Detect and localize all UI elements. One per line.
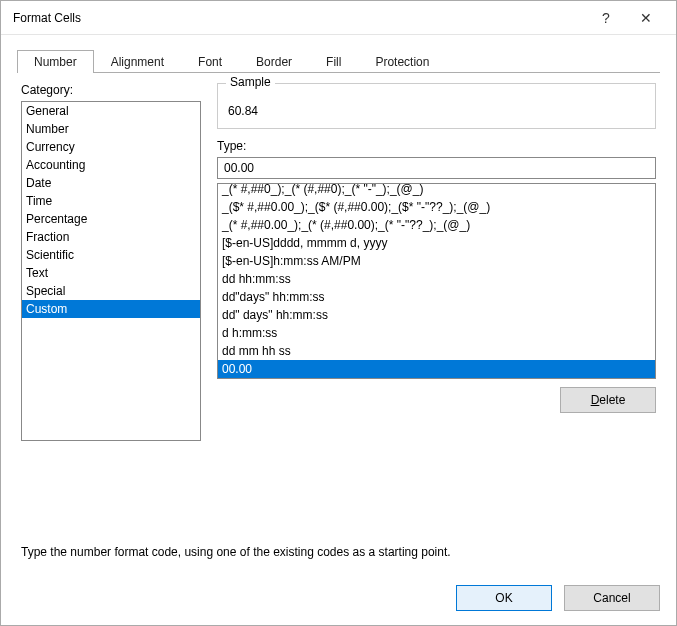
- tab-number[interactable]: Number: [17, 50, 94, 73]
- format-code-list[interactable]: _($* #,##0_);_($* (#,##0);_($* "-"_);_(@…: [217, 183, 656, 379]
- sample-value: 60.84: [228, 104, 645, 118]
- type-input[interactable]: [217, 157, 656, 179]
- tab-font[interactable]: Font: [181, 50, 239, 73]
- cancel-button[interactable]: Cancel: [564, 585, 660, 611]
- format-code-item[interactable]: dd" days" hh:mm:ss: [218, 306, 655, 324]
- tab-protection[interactable]: Protection: [358, 50, 446, 73]
- titlebar: Format Cells ? ✕: [1, 1, 676, 35]
- dialog-content: Number Alignment Font Border Fill Protec…: [1, 35, 676, 575]
- delete-button[interactable]: Delete: [560, 387, 656, 413]
- category-label: Category:: [21, 83, 201, 97]
- category-item[interactable]: Currency: [22, 138, 200, 156]
- category-item[interactable]: Custom: [22, 300, 200, 318]
- format-code-item[interactable]: _(* #,##0_);_(* (#,##0);_(* "-"_);_(@_): [218, 183, 655, 198]
- category-item[interactable]: Date: [22, 174, 200, 192]
- category-item[interactable]: Text: [22, 264, 200, 282]
- hint-text: Type the number format code, using one o…: [21, 545, 656, 559]
- category-item[interactable]: Accounting: [22, 156, 200, 174]
- type-label: Type:: [217, 139, 656, 153]
- category-item[interactable]: Number: [22, 120, 200, 138]
- format-code-item[interactable]: [$-en-US]dddd, mmmm d, yyyy: [218, 234, 655, 252]
- tab-number-panel: Category: GeneralNumberCurrencyAccountin…: [17, 73, 660, 563]
- ok-button[interactable]: OK: [456, 585, 552, 611]
- format-code-item[interactable]: dd"days" hh:mm:ss: [218, 288, 655, 306]
- category-item[interactable]: Scientific: [22, 246, 200, 264]
- tab-alignment[interactable]: Alignment: [94, 50, 181, 73]
- category-item[interactable]: Percentage: [22, 210, 200, 228]
- tabstrip: Number Alignment Font Border Fill Protec…: [17, 47, 660, 73]
- tab-border[interactable]: Border: [239, 50, 309, 73]
- category-list[interactable]: GeneralNumberCurrencyAccountingDateTimeP…: [21, 101, 201, 441]
- format-code-item[interactable]: _($* #,##0.00_);_($* (#,##0.00);_($* "-"…: [218, 198, 655, 216]
- sample-legend: Sample: [226, 75, 275, 89]
- tab-fill[interactable]: Fill: [309, 50, 358, 73]
- format-code-item[interactable]: 00.00: [218, 360, 655, 378]
- category-item[interactable]: Fraction: [22, 228, 200, 246]
- format-code-item[interactable]: dd hh:mm:ss: [218, 270, 655, 288]
- close-button[interactable]: ✕: [626, 1, 666, 34]
- help-button[interactable]: ?: [586, 1, 626, 34]
- dialog-title: Format Cells: [13, 11, 586, 25]
- sample-group: Sample 60.84: [217, 83, 656, 129]
- format-cells-dialog: Format Cells ? ✕ Number Alignment Font B…: [0, 0, 677, 626]
- dialog-footer: OK Cancel: [1, 575, 676, 625]
- category-item[interactable]: Time: [22, 192, 200, 210]
- category-item[interactable]: General: [22, 102, 200, 120]
- format-code-item[interactable]: [$-en-US]h:mm:ss AM/PM: [218, 252, 655, 270]
- format-code-item[interactable]: d h:mm:ss: [218, 324, 655, 342]
- format-code-item[interactable]: dd mm hh ss: [218, 342, 655, 360]
- category-item[interactable]: Special: [22, 282, 200, 300]
- format-code-item[interactable]: _(* #,##0.00_);_(* (#,##0.00);_(* "-"??_…: [218, 216, 655, 234]
